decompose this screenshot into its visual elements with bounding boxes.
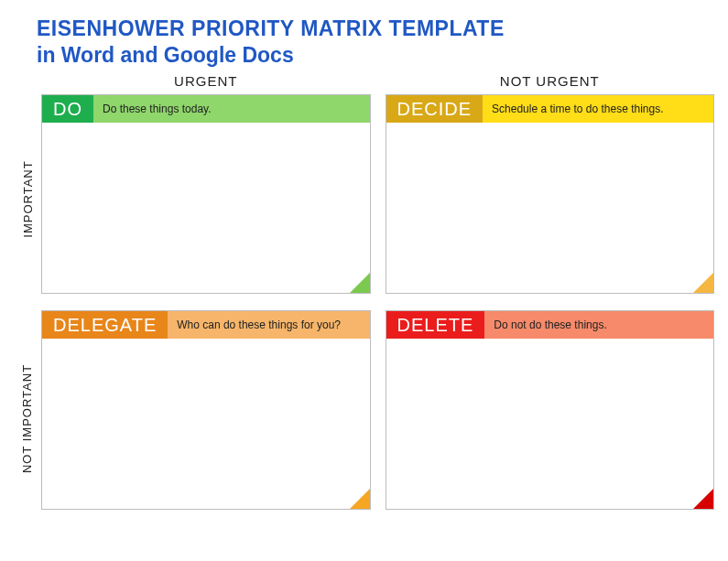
column-headers: URGENT NOT URGENT (41, 73, 714, 89)
quadrant-header: DELEGATE Who can do these things for you… (42, 311, 370, 339)
quadrant-delegate: DELEGATE Who can do these things for you… (41, 310, 371, 510)
matrix-grid: DO Do these things today. DECIDE Schedul… (41, 94, 714, 510)
corner-icon (350, 273, 370, 293)
corner-icon (350, 489, 370, 509)
row-label-important: IMPORTANT (21, 160, 35, 237)
row-label-not-important: NOT IMPORTANT (20, 364, 34, 473)
quadrant-tag: DO (42, 95, 93, 123)
quadrant-desc: Do these things today. (93, 95, 370, 123)
row-labels: IMPORTANT NOT IMPORTANT (11, 101, 33, 531)
quadrant-desc: Schedule a time to do these things. (483, 95, 713, 123)
quadrant-do: DO Do these things today. (41, 94, 371, 294)
matrix: URGENT NOT URGENT DO Do these things tod… (37, 73, 714, 510)
quadrant-decide: DECIDE Schedule a time to do these thing… (386, 94, 715, 294)
quadrant-desc: Do not do these things. (484, 311, 713, 339)
page-title: EISENHOWER PRIORITY MATRIX TEMPLATE (37, 16, 728, 41)
quadrant-header: DO Do these things today. (42, 95, 370, 123)
title-block: EISENHOWER PRIORITY MATRIX TEMPLATE in W… (0, 0, 728, 68)
quadrant-header: DECIDE Schedule a time to do these thing… (386, 95, 714, 123)
quadrant-desc: Who can do these things for you? (168, 311, 369, 339)
quadrant-tag: DELEGATE (42, 311, 168, 339)
corner-icon (693, 489, 713, 509)
col-label-urgent: URGENT (41, 73, 371, 89)
quadrant-delete: DELETE Do not do these things. (386, 310, 715, 510)
quadrant-header: DELETE Do not do these things. (386, 311, 714, 339)
corner-icon (693, 273, 713, 293)
quadrant-tag: DELETE (386, 311, 485, 339)
quadrant-tag: DECIDE (386, 95, 484, 123)
page-subtitle: in Word and Google Docs (37, 43, 728, 68)
col-label-not-urgent: NOT URGENT (386, 73, 715, 89)
